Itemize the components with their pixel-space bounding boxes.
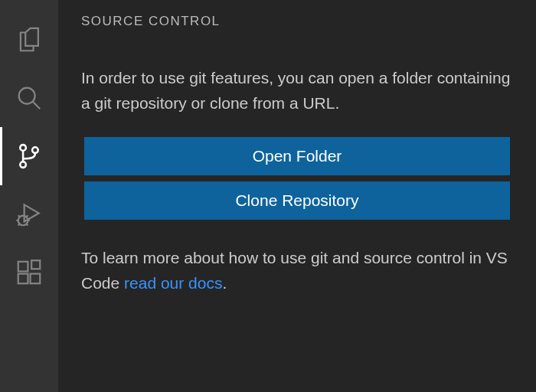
svg-line-9 — [18, 215, 20, 217]
extensions-icon — [15, 258, 44, 287]
activity-extensions[interactable] — [0, 243, 58, 302]
welcome-text: In order to use git features, you can op… — [81, 66, 513, 116]
svg-line-11 — [18, 224, 20, 226]
svg-point-3 — [20, 162, 26, 168]
learn-more-text: To learn more about how to use git and s… — [81, 246, 513, 296]
debug-icon — [15, 200, 44, 229]
files-icon — [15, 25, 44, 54]
activity-search[interactable] — [0, 69, 58, 127]
svg-point-2 — [20, 145, 26, 151]
learn-suffix: . — [222, 274, 227, 292]
activity-explorer[interactable] — [0, 11, 58, 69]
activity-source-control[interactable] — [0, 127, 58, 185]
panel-title: SOURCE CONTROL — [81, 14, 513, 29]
svg-line-12 — [27, 224, 28, 226]
search-icon — [15, 83, 44, 113]
welcome-buttons: Open Folder Clone Repository — [81, 137, 513, 220]
activity-bar — [0, 0, 58, 392]
svg-line-10 — [27, 215, 28, 217]
svg-rect-15 — [31, 274, 41, 284]
svg-rect-14 — [18, 274, 28, 284]
clone-repository-button[interactable]: Clone Repository — [84, 181, 510, 220]
svg-rect-13 — [18, 262, 28, 272]
svg-line-1 — [33, 102, 40, 109]
svg-marker-5 — [25, 204, 39, 221]
source-control-panel: SOURCE CONTROL In order to use git featu… — [58, 0, 536, 392]
read-our-docs-link[interactable]: read our docs — [124, 274, 222, 292]
svg-rect-16 — [31, 260, 40, 269]
open-folder-button[interactable]: Open Folder — [84, 137, 510, 175]
git-branch-icon — [15, 142, 44, 171]
svg-point-0 — [19, 88, 35, 104]
svg-point-4 — [32, 147, 38, 153]
activity-run-debug[interactable] — [0, 185, 58, 243]
